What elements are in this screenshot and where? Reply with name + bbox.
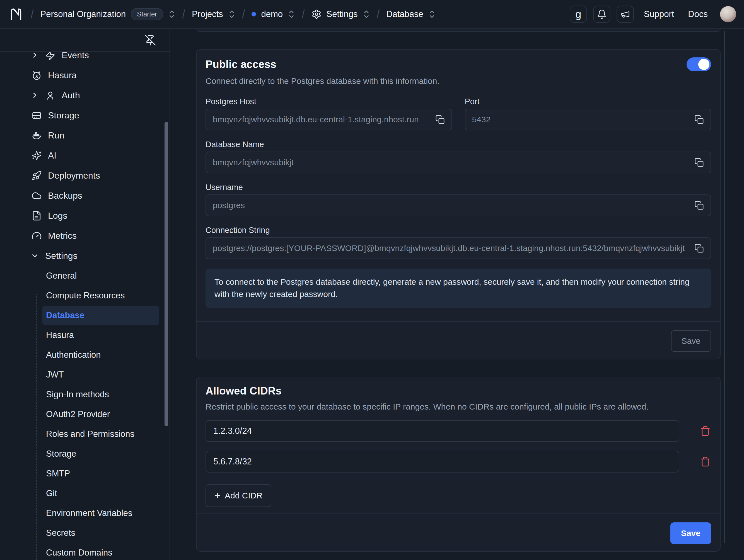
zap-icon bbox=[45, 52, 55, 61]
docs-link[interactable]: Docs bbox=[684, 9, 712, 19]
sidebar-item-environment-variables[interactable]: Environment Variables bbox=[42, 504, 159, 523]
sidebar-item-general[interactable]: General bbox=[42, 266, 159, 286]
cidr-input-2[interactable] bbox=[206, 451, 679, 473]
sidebar-item-label: Database bbox=[46, 310, 84, 320]
sidebar-item-database[interactable]: Database bbox=[42, 306, 159, 325]
sidebar-item-jwt[interactable]: JWT bbox=[42, 365, 159, 385]
delete-cidr-1-button[interactable] bbox=[700, 426, 711, 437]
sidebar-item-storage-settings[interactable]: Storage bbox=[42, 444, 159, 464]
sidebar-item-storage[interactable]: Storage bbox=[0, 105, 169, 125]
copy-username-button[interactable] bbox=[694, 201, 704, 210]
sidebar-item-run[interactable]: Run bbox=[0, 125, 169, 146]
breadcrumb-projects[interactable]: Projects bbox=[192, 9, 235, 19]
sidebar-item-label: Auth bbox=[62, 90, 80, 101]
sidebar-item-label: Hasura bbox=[46, 330, 74, 340]
section-label: Database bbox=[386, 9, 423, 19]
pin-off-icon[interactable] bbox=[144, 34, 156, 46]
cidr-input-1[interactable] bbox=[206, 420, 679, 442]
cidr-row bbox=[206, 451, 711, 473]
chevrons-up-down-icon[interactable] bbox=[228, 9, 235, 19]
chevrons-up-down-icon[interactable] bbox=[168, 9, 175, 19]
copy-connection-string-button[interactable] bbox=[694, 243, 704, 253]
sidebar-item-events[interactable]: Events bbox=[0, 52, 169, 65]
copy-icon bbox=[435, 115, 445, 124]
gauge-icon bbox=[32, 231, 42, 241]
support-link[interactable]: Support bbox=[640, 9, 678, 19]
sidebar-item-roles-permissions[interactable]: Roles and Permissions bbox=[42, 424, 159, 444]
copy-database-button[interactable] bbox=[694, 158, 704, 167]
trash-icon bbox=[700, 426, 711, 436]
nhost-logo-icon[interactable] bbox=[8, 6, 24, 22]
cloud-icon bbox=[32, 191, 42, 201]
sidebar-item-compute-resources[interactable]: Compute Resources bbox=[42, 286, 159, 305]
sidebar-item-label: Compute Resources bbox=[46, 290, 125, 301]
port-label: Port bbox=[465, 97, 711, 106]
allowed-cidrs-title: Allowed CIDRs bbox=[206, 385, 282, 397]
save-button-public-access[interactable]: Save bbox=[671, 330, 711, 352]
sidebar-item-secrets[interactable]: Secrets bbox=[42, 523, 159, 543]
save-button-allowed-cidrs[interactable]: Save bbox=[670, 522, 711, 544]
feedback-button[interactable]: ɡ bbox=[570, 6, 587, 23]
sidebar-item-auth[interactable]: Auth bbox=[0, 85, 169, 105]
chevron-right-icon bbox=[31, 52, 39, 59]
database-name-field: Database Name bmqvnzfqjwhvvsubikjt bbox=[206, 140, 711, 173]
announcements-button[interactable] bbox=[617, 6, 634, 23]
sidebar-item-hasura[interactable]: Hasura bbox=[0, 65, 169, 85]
breadcrumb-project[interactable]: demo bbox=[252, 9, 295, 19]
sidebar-item-backups[interactable]: Backups bbox=[0, 186, 169, 206]
username-label: Username bbox=[206, 183, 711, 192]
chevrons-up-down-icon[interactable] bbox=[428, 9, 436, 19]
breadcrumb-separator: / bbox=[31, 7, 34, 21]
sidebar-item-metrics[interactable]: Metrics bbox=[0, 226, 169, 246]
sidebar-item-custom-domains[interactable]: Custom Domains bbox=[42, 543, 159, 560]
breadcrumb-section[interactable]: Database bbox=[386, 9, 436, 19]
project-status-dot bbox=[252, 12, 256, 16]
sidebar-item-label: AI bbox=[48, 151, 56, 161]
sidebar-item-label: Sign-In methods bbox=[46, 390, 109, 400]
sidebar-scrollbar[interactable] bbox=[164, 122, 168, 426]
chevrons-up-down-icon[interactable] bbox=[288, 9, 295, 19]
sidebar-item-deployments[interactable]: Deployments bbox=[0, 165, 169, 186]
trash-icon bbox=[700, 456, 711, 467]
sidebar-nav: Events Hasura Auth Storage Run bbox=[0, 52, 169, 560]
plus-icon: + bbox=[215, 491, 220, 501]
breadcrumb-separator: / bbox=[182, 7, 185, 21]
public-access-toggle[interactable] bbox=[686, 57, 711, 71]
sidebar-item-authentication[interactable]: Authentication bbox=[42, 345, 159, 365]
previous-card-edge bbox=[196, 29, 720, 32]
sidebar-item-label: Metrics bbox=[48, 231, 77, 241]
sidebar-item-label: JWT bbox=[46, 370, 64, 380]
plan-badge: Starter bbox=[131, 8, 163, 21]
sidebar-item-label: OAuth2 Provider bbox=[46, 409, 110, 419]
copy-port-button[interactable] bbox=[694, 115, 704, 124]
sidebar-item-label: Logs bbox=[48, 211, 67, 221]
sidebar-item-hasura-settings[interactable]: Hasura bbox=[42, 325, 159, 345]
megaphone-icon bbox=[620, 9, 630, 19]
breadcrumb-separator: / bbox=[242, 7, 245, 21]
chevron-down-icon bbox=[31, 251, 39, 260]
breadcrumb-settings[interactable]: Settings bbox=[311, 9, 370, 19]
sidebar-item-settings[interactable]: Settings bbox=[0, 246, 169, 266]
notifications-button[interactable] bbox=[593, 6, 610, 23]
chevrons-up-down-icon[interactable] bbox=[363, 9, 370, 19]
database-name-label: Database Name bbox=[206, 140, 711, 149]
bell-icon bbox=[597, 9, 607, 19]
copy-host-button[interactable] bbox=[435, 115, 445, 124]
add-cidr-button[interactable]: + Add CIDR bbox=[206, 484, 271, 507]
breadcrumb-org[interactable]: Personal Organization Starter bbox=[40, 8, 176, 21]
sidebar-item-logs[interactable]: Logs bbox=[0, 206, 169, 226]
delete-cidr-2-button[interactable] bbox=[700, 456, 711, 467]
sidebar-item-ai[interactable]: AI bbox=[0, 146, 169, 165]
main-scrollbar[interactable] bbox=[724, 31, 725, 543]
topbar-actions: ɡ Support Docs bbox=[570, 6, 736, 23]
sidebar-item-label: Environment Variables bbox=[46, 508, 133, 518]
username-field: Username postgres bbox=[206, 183, 711, 216]
sidebar-item-smtp[interactable]: SMTP bbox=[42, 464, 159, 483]
sidebar-item-oauth2-provider[interactable]: OAuth2 Provider bbox=[42, 404, 159, 424]
copy-icon bbox=[694, 115, 704, 124]
sidebar-item-git[interactable]: Git bbox=[42, 484, 159, 503]
user-avatar[interactable] bbox=[720, 6, 736, 22]
sparkles-icon bbox=[32, 151, 42, 161]
sidebar-item-sign-in-methods[interactable]: Sign-In methods bbox=[42, 385, 159, 404]
settings-label: Settings bbox=[327, 9, 358, 19]
